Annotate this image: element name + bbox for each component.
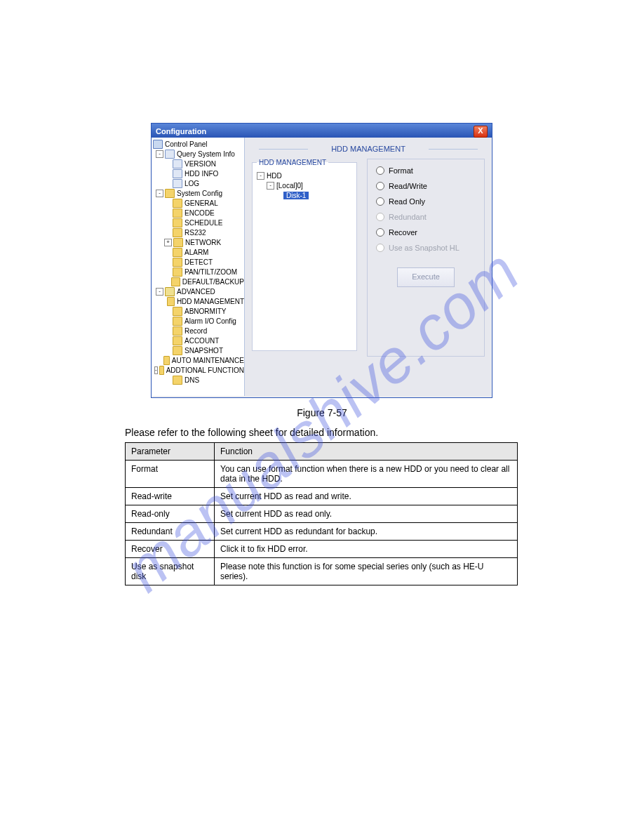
expander-icon[interactable]: - [267,182,274,190]
radio-label: Read/Write [389,182,427,190]
tree-item-label: DEFAULT/BACKUP [182,278,244,286]
folder-icon [173,267,182,277]
tree-item[interactable]: ABNORMITY [152,306,244,316]
folder-icon [173,199,182,208]
folder-icon [173,248,182,257]
tree-item-label: PAN/TILT/ZOOM [185,268,237,276]
radio-label: Use as Snapshot HL [389,244,459,252]
tree-item-label: RS232 [185,229,206,237]
window-title: Configuration [156,127,206,135]
tree-item-label: ACCOUNT [185,337,219,345]
expander-icon[interactable]: - [156,150,163,158]
options-box: Format Read/Write Read Only Redundant Re… [367,159,485,357]
table-cell: Use as snapshot disk [126,558,215,585]
radio-format[interactable]: Format [376,166,476,175]
tree-item[interactable]: ACCOUNT [152,336,244,345]
hdd-disk[interactable]: Disk-1 [257,190,352,200]
tree-group[interactable]: - ADDTIONAL FUNCTION [152,365,244,375]
hdd-root[interactable]: - HDD [257,171,352,180]
table-cell: Set current HDD as redundant for backup. [215,523,518,541]
tree-item[interactable]: RS232 [152,227,244,237]
tree-item[interactable]: HDD MANAGEMENT [152,296,244,306]
folder-icon [159,366,164,375]
radio-readonly[interactable]: Read Only [376,197,476,206]
tree-item[interactable]: +NETWORK [152,237,244,247]
execute-button[interactable]: Execute [397,267,455,287]
tree-item-label: GENERAL [185,199,218,207]
tree-item[interactable]: SCHEDULE [152,218,244,227]
folder-icon [173,218,182,227]
main-panel: HDD MANAGEMENT HDD MANAGEMENT - HDD - [245,138,492,396]
radio-label: Read Only [389,197,425,206]
tree-item-label: DNS [185,376,199,384]
tree-group-label: ADDTIONAL FUNCTION [166,366,244,374]
tree-item[interactable]: DEFAULT/BACKUP [152,277,244,286]
folder-icon [173,336,182,345]
tree-root-label: Control Panel [165,140,208,148]
tree-item[interactable]: PAN/TILT/ZOOM [152,267,244,277]
table-header-row: Parameter Function [126,443,518,461]
tree-item[interactable]: SNAPSHOT [152,345,244,355]
tree-item[interactable]: GENERAL [152,198,244,208]
section-title: HDD MANAGEMENT [252,145,485,153]
tree-item-label: ALARM [185,249,208,256]
tree-group[interactable]: - System Config [152,188,244,198]
tree-item-label: AUTO MAINTENANCE [172,357,244,364]
folder-icon [173,238,183,247]
radio-snapshot: Use as Snapshot HL [376,244,476,252]
folder-icon [173,208,182,218]
tree-root[interactable]: Control Panel [152,139,244,149]
tree-item[interactable]: Alarm I/O Config [152,316,244,326]
folder-icon [163,356,170,365]
tree-item[interactable]: DETECT [152,257,244,267]
table-header: Function [215,443,518,461]
folder-icon [173,258,182,267]
expander-icon[interactable]: + [164,239,172,246]
table-cell: Format [126,461,215,488]
table-cell: Set current HDD as read only. [215,505,518,523]
hdd-disk-label: Disk-1 [283,192,309,199]
radio-recover[interactable]: Recover [376,228,476,237]
table-cell: You can use format function when there i… [215,461,518,488]
tree-item[interactable]: AUTO MAINTENANCE [152,355,244,365]
table-intro: Please refer to the following sheet for … [125,427,378,438]
table-row: FormatYou can use format function when t… [126,461,518,488]
tree-item[interactable]: ALARM [152,247,244,257]
radio-redundant: Redundant [376,213,476,221]
tree-item-label: VERSION [185,160,216,168]
radio-label: Redundant [389,213,427,221]
tree-item-label: HDD INFO [185,170,218,178]
nav-tree[interactable]: Control Panel - Query System Info VERSIO… [152,138,245,396]
hdd-local[interactable]: - [Local]0] [257,180,352,190]
table-row: Read-writeSet current HDD as read and wr… [126,488,518,505]
table-cell: Recover [126,541,215,558]
tree-item[interactable]: HDD INFO [152,168,244,178]
tree-item-label: LOG [185,180,199,187]
close-button[interactable]: X [474,126,488,138]
tree-item[interactable]: VERSION [152,159,244,168]
tree-item[interactable]: LOG [152,178,244,188]
tree-group[interactable]: - Query System Info [152,149,244,159]
tree-item[interactable]: Record [152,326,244,336]
expander-icon[interactable]: - [156,190,163,197]
tree-item-label: DETECT [185,258,213,266]
table-row: RedundantSet current HDD as redundant fo… [126,523,518,541]
tree-item[interactable]: ENCODE [152,208,244,218]
expander-icon[interactable]: - [156,288,163,296]
tree-item-label: Record [185,327,207,335]
doc-icon [173,179,182,188]
expander-icon[interactable]: - [154,366,158,374]
tree-group-label: System Config [177,190,222,197]
tree-group[interactable]: - ADVANCED [152,286,244,296]
folder-icon [165,189,175,198]
expander-icon[interactable]: - [257,172,264,180]
hdd-root-label: HDD [267,172,282,180]
tree-item-label: ABNORMITY [185,307,226,315]
tree-item-label: SNAPSHOT [185,347,223,355]
tree-item-label: SCHEDULE [185,219,222,227]
tree-item[interactable]: DNS [152,375,244,385]
panel-icon [153,140,163,149]
hdd-tree-box: HDD MANAGEMENT - HDD - [Local]0] [252,159,357,351]
radio-readwrite[interactable]: Read/Write [376,182,476,190]
folder-icon [165,150,175,159]
